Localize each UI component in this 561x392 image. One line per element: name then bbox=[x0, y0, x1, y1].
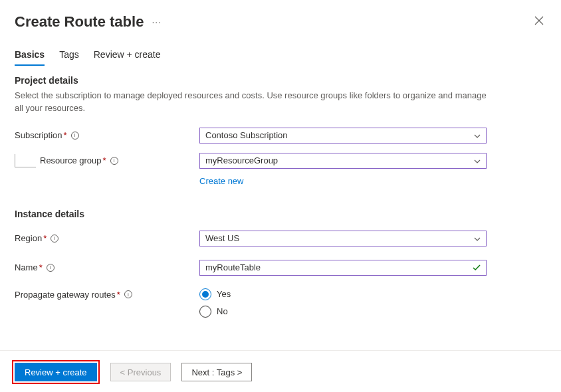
tree-indent-line bbox=[15, 154, 36, 167]
project-details-description: Select the subscription to manage deploy… bbox=[15, 90, 493, 115]
required-marker: * bbox=[117, 290, 120, 300]
radio-no-label: No bbox=[217, 306, 228, 316]
subscription-label: Subscription bbox=[15, 130, 62, 140]
chevron-down-icon bbox=[474, 155, 481, 165]
required-marker: * bbox=[64, 130, 67, 140]
subscription-value: Contoso Subscription bbox=[205, 130, 288, 140]
review-create-button[interactable]: Review + create bbox=[15, 363, 97, 381]
resource-group-select[interactable]: myResourceGroup bbox=[199, 153, 487, 169]
radio-icon bbox=[199, 306, 211, 318]
required-marker: * bbox=[43, 233, 47, 243]
radio-icon bbox=[199, 288, 211, 300]
required-marker: * bbox=[103, 155, 106, 165]
wizard-footer: Review + create < Previous Next : Tags > bbox=[0, 350, 561, 384]
tab-basics[interactable]: Basics bbox=[15, 48, 45, 66]
region-select[interactable]: West US bbox=[199, 231, 487, 246]
info-icon[interactable]: i bbox=[110, 157, 118, 165]
name-label: Name bbox=[15, 262, 38, 272]
tab-review-create[interactable]: Review + create bbox=[94, 48, 161, 66]
highlight-annotation: Review + create bbox=[12, 360, 100, 384]
propagate-label: Propagate gateway routes bbox=[15, 290, 116, 300]
more-actions-icon[interactable]: ··· bbox=[152, 17, 162, 27]
info-icon[interactable]: i bbox=[124, 290, 132, 298]
region-value: West US bbox=[205, 233, 239, 243]
radio-yes-label: Yes bbox=[217, 289, 231, 299]
info-icon[interactable]: i bbox=[47, 264, 55, 272]
subscription-select[interactable]: Contoso Subscription bbox=[199, 128, 487, 144]
valid-check-icon bbox=[473, 262, 481, 273]
propagate-no-radio[interactable]: No bbox=[199, 306, 231, 318]
region-label: Region bbox=[15, 233, 42, 243]
resource-group-value: myResourceGroup bbox=[205, 155, 278, 165]
chevron-down-icon bbox=[474, 130, 481, 140]
previous-button: < Previous bbox=[110, 363, 171, 381]
chevron-down-icon bbox=[474, 233, 481, 243]
instance-details-heading: Instance details bbox=[15, 209, 546, 219]
page-title: Create Route table bbox=[15, 13, 144, 31]
name-value: myRouteTable bbox=[205, 262, 261, 272]
propagate-yes-radio[interactable]: Yes bbox=[199, 288, 231, 300]
required-marker: * bbox=[39, 262, 43, 272]
next-button[interactable]: Next : Tags > bbox=[181, 363, 252, 381]
resource-group-label: Resource group bbox=[40, 155, 102, 165]
tab-tags[interactable]: Tags bbox=[59, 48, 79, 66]
create-new-link[interactable]: Create new bbox=[199, 176, 243, 186]
tab-bar: Basics Tags Review + create bbox=[15, 48, 546, 66]
close-icon[interactable] bbox=[532, 13, 546, 31]
name-input[interactable]: myRouteTable bbox=[199, 260, 487, 276]
info-icon[interactable]: i bbox=[71, 132, 79, 140]
project-details-heading: Project details bbox=[15, 75, 546, 86]
info-icon[interactable]: i bbox=[51, 235, 58, 243]
